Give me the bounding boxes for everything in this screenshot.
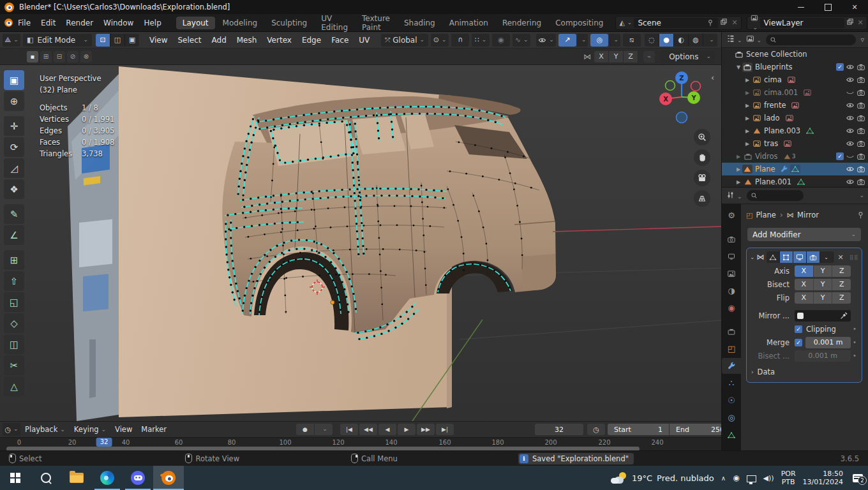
outliner-row-tras[interactable]: ▶ tras	[722, 137, 868, 150]
viewport-canvas[interactable]: ▣ ⊕ ✛ ⟳ ◿ ❖ ✎ ∠ ⊞ ⇧ ◱ ◇ ◫ ✂ △ User Persp…	[0, 65, 721, 421]
tab-tool[interactable]: ⚙	[722, 207, 741, 223]
data-subpanel[interactable]: › Data	[750, 365, 858, 378]
disclosure-closed-icon[interactable]: ▶	[735, 154, 742, 160]
delete-modifier-button[interactable]: ✕	[838, 253, 844, 262]
tool-inset-faces-button[interactable]: ◱	[4, 292, 24, 312]
render-camera-icon[interactable]	[857, 101, 865, 109]
jump-to-end-button[interactable]: ▶|	[436, 424, 454, 435]
gizmos-dropdown[interactable]	[577, 34, 588, 47]
merge-checkbox[interactable]: ✓	[795, 339, 802, 346]
jump-to-start-button[interactable]: |◀	[340, 424, 358, 435]
on-cage-toggle[interactable]	[767, 251, 780, 263]
scene-name-field[interactable]: Scene	[634, 18, 718, 28]
flip-y-toggle[interactable]: Y	[814, 292, 833, 304]
timeline-ruler[interactable]: 0 20 40 60 80 100 120 140 160 180 200 22…	[0, 437, 721, 452]
breadcrumb-modifier[interactable]: Mirror	[797, 211, 819, 219]
menu-uv[interactable]: UV	[354, 36, 375, 45]
outliner-row-plane-001[interactable]: ▶ Plane.001	[722, 175, 868, 187]
hide-eye-icon[interactable]	[846, 127, 855, 135]
tray-record-icon[interactable]: ◉	[733, 473, 739, 482]
bisect-x-toggle[interactable]: X	[795, 279, 814, 290]
auto-keying-dropdown[interactable]	[315, 424, 333, 435]
workspace-tab-uv-editing[interactable]: UV Editing	[315, 12, 354, 34]
hide-eye-icon[interactable]	[846, 140, 855, 147]
outliner-row-vidros[interactable]: ▶ Vidros 3 ✓	[722, 150, 868, 163]
add-modifier-button[interactable]: Add Modifier	[747, 228, 861, 241]
tab-render[interactable]	[722, 231, 741, 247]
viewlayer-name-field[interactable]: ViewLayer	[760, 18, 844, 28]
collection-checkbox[interactable]: ✓	[836, 152, 844, 160]
show-gizmo-dropdown[interactable]	[536, 34, 556, 47]
blender-taskbar-button[interactable]	[153, 466, 184, 490]
tool-transform-button[interactable]: ❖	[4, 179, 24, 199]
select-set-mode-button[interactable]: ▪	[27, 51, 38, 63]
snap-individual-icon[interactable]: ⌁	[643, 51, 655, 63]
shading-rendered-button[interactable]: ◍	[689, 34, 703, 47]
mirror-y-button[interactable]: Y	[609, 51, 624, 63]
render-camera-icon[interactable]	[857, 127, 865, 135]
subpanel-expand-icon[interactable]: ›	[751, 369, 754, 375]
scene-browse-icon[interactable]: ◭	[617, 19, 634, 27]
playback-menu[interactable]: Playback	[20, 425, 70, 434]
tool-loop-cut-button[interactable]: ◫	[4, 334, 24, 354]
axis-x-toggle[interactable]: X	[795, 265, 814, 277]
disclosure-closed-icon[interactable]: ▶	[744, 128, 751, 134]
pan-button[interactable]	[694, 149, 710, 166]
shading-dropdown[interactable]	[703, 34, 717, 47]
use-preview-range-toggle[interactable]: ◷	[587, 424, 605, 435]
eyedropper-icon[interactable]	[840, 311, 848, 320]
shading-material-button[interactable]: ◐	[674, 34, 689, 47]
hide-eye-icon[interactable]	[846, 114, 855, 122]
tool-measure-button[interactable]: ∠	[4, 225, 24, 245]
realtime-display-toggle[interactable]	[793, 251, 807, 263]
outliner-row-lado[interactable]: ▶ lado	[722, 112, 868, 124]
marker-menu[interactable]: Marker	[137, 425, 171, 434]
outliner-editor-type-button[interactable]	[724, 34, 744, 45]
select-invert-mode-button[interactable]: ⊘	[67, 51, 79, 63]
disclosure-closed-icon[interactable]: ▶	[744, 77, 751, 83]
hide-eye-icon[interactable]	[846, 101, 855, 109]
pin-id-icon[interactable]	[857, 211, 865, 219]
menu-select[interactable]: Select	[172, 36, 206, 45]
menu-file[interactable]: File	[13, 19, 36, 27]
menu-help[interactable]: Help	[138, 19, 166, 27]
language-indicator[interactable]: POR PTB	[781, 470, 796, 486]
menu-edit[interactable]: Edit	[36, 19, 61, 27]
tab-object[interactable]: ◰	[722, 341, 741, 357]
transform-orientation-selector[interactable]: ⤱Global	[381, 34, 428, 47]
perspective-toggle-button[interactable]	[694, 190, 710, 207]
previous-keyframe-button[interactable]: ◀◀	[359, 424, 377, 435]
breadcrumb-object[interactable]: Plane	[756, 211, 776, 219]
disclosure-closed-icon[interactable]: ▶	[744, 141, 751, 147]
workspace-tab-layout[interactable]: Layout	[176, 17, 215, 29]
outliner-row-frente[interactable]: ▶ frente	[722, 99, 868, 112]
vertex-select-mode-button[interactable]: ⊡	[96, 34, 110, 47]
tool-add-cube-button[interactable]: ⊞	[4, 250, 24, 270]
notification-icon[interactable]: 2	[853, 474, 863, 482]
outliner-row-plane[interactable]: ▶ Plane	[722, 163, 868, 175]
outliner-filter-icon[interactable]: ▿	[858, 36, 866, 44]
tab-world[interactable]: ◉	[722, 300, 741, 316]
hide-eye-icon[interactable]	[846, 178, 855, 186]
clock[interactable]: 18:50 13/01/2024	[803, 470, 843, 486]
tool-rotate-button[interactable]: ⟳	[4, 137, 24, 157]
workspace-tab-sculpting[interactable]: Sculpting	[265, 17, 313, 29]
network-icon[interactable]	[747, 475, 756, 482]
auto-keying-toggle[interactable]: ●	[296, 424, 314, 435]
editor-type-button[interactable]: ⟁	[3, 34, 20, 47]
discord-button[interactable]	[123, 466, 153, 490]
current-frame-field[interactable]: 32	[535, 424, 583, 435]
tool-bevel-button[interactable]: ◇	[4, 313, 24, 333]
render-camera-icon[interactable]	[857, 76, 865, 84]
options-dropdown[interactable]: Options	[660, 50, 715, 63]
gizmo-neg-y-ball[interactable]	[666, 81, 675, 91]
maximize-button[interactable]	[814, 0, 841, 14]
outliner-row-scene-collection[interactable]: Scene Collection	[722, 48, 868, 61]
hide-eye-icon[interactable]	[846, 76, 855, 84]
drag-handle-icon[interactable]: ⣿⣿	[849, 255, 858, 260]
gizmo-neg-x-ball[interactable]	[691, 82, 701, 91]
snap-toggle[interactable]: ∪	[451, 34, 469, 47]
outliner-search-input[interactable]	[766, 34, 856, 45]
render-camera-icon[interactable]	[857, 140, 865, 147]
tab-object-data[interactable]	[722, 427, 741, 443]
